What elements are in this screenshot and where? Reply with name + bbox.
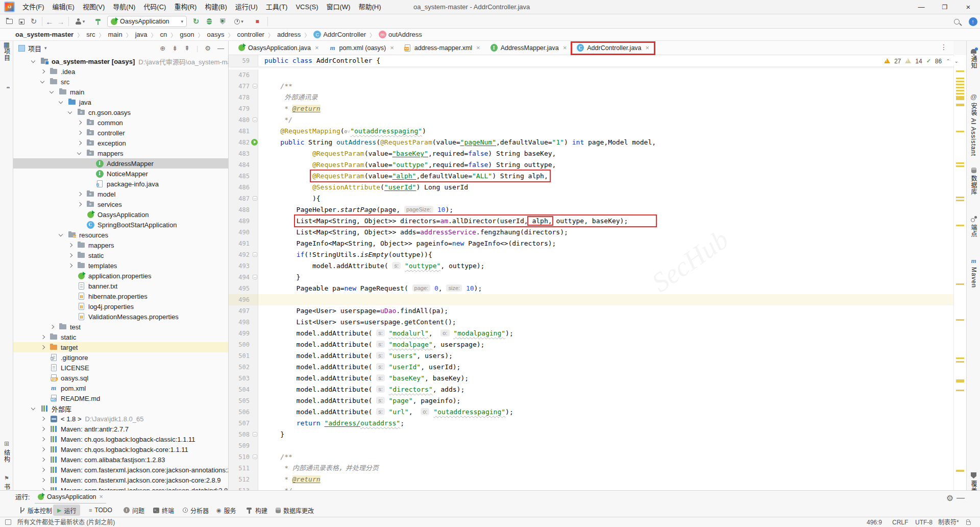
chevron-down-icon[interactable] bbox=[78, 151, 82, 155]
tree-item-log4j.properties[interactable]: log4j.properties bbox=[13, 301, 228, 312]
hide-panel-icon[interactable]: — bbox=[217, 44, 224, 52]
toolwindow-toggle-icon[interactable] bbox=[5, 519, 11, 525]
warning-stripe-mark[interactable] bbox=[956, 470, 964, 472]
tree-item-controller[interactable]: controller bbox=[13, 128, 228, 138]
tree-item-target[interactable]: target bbox=[13, 342, 228, 352]
tab-options-icon[interactable]: ⋮ bbox=[940, 43, 947, 51]
code-line-512[interactable]: 512 * @return bbox=[229, 474, 953, 485]
tree-item-src[interactable]: src bbox=[13, 77, 228, 87]
code-line-493[interactable]: 493 model.addAttribute( s: "outtype", ou… bbox=[229, 260, 953, 272]
tree-item-ValidationMessages.properties[interactable]: ValidationMessages.properties bbox=[13, 312, 228, 322]
close-button[interactable]: × bbox=[957, 0, 980, 14]
code-line-488[interactable]: 488 PageHelper.startPage(page, pageSize:… bbox=[229, 204, 953, 215]
code-line-503[interactable]: 503 model.addAttribute( s: "baseKey", ba… bbox=[229, 373, 953, 384]
forward-icon[interactable]: → bbox=[55, 14, 66, 29]
code-line-477[interactable]: 477– /** bbox=[229, 81, 953, 92]
tab-OasysApplication.java[interactable]: OasysApplication.java× bbox=[233, 41, 324, 55]
breadcrumb-item[interactable]: controller bbox=[237, 31, 264, 38]
fold-icon[interactable]: – bbox=[253, 84, 257, 88]
tree-item-templates[interactable]: templates bbox=[13, 260, 228, 271]
toolwindow-问题[interactable]: !问题 bbox=[119, 505, 149, 516]
settings-icon[interactable]: ⚙ bbox=[205, 44, 211, 52]
open-icon[interactable] bbox=[3, 14, 15, 29]
chevron-right-icon[interactable] bbox=[68, 264, 72, 268]
tree-item-test[interactable]: test bbox=[13, 322, 228, 332]
file-encoding[interactable]: UTF-8 bbox=[915, 517, 933, 527]
warning-stripe-mark[interactable] bbox=[956, 197, 964, 198]
chevron-right-icon[interactable] bbox=[68, 253, 72, 257]
collapse-all-icon[interactable]: ⇞ bbox=[184, 44, 190, 52]
stripe-数据库[interactable]: 数据库 bbox=[967, 167, 980, 195]
warning-stripe-mark[interactable] bbox=[956, 162, 964, 164]
chevron-right-icon[interactable] bbox=[41, 69, 45, 74]
code-line-510[interactable]: 510– /** bbox=[229, 451, 953, 463]
chevron-right-icon[interactable] bbox=[78, 141, 82, 145]
chevron-right-icon[interactable] bbox=[50, 325, 54, 329]
code-line-479[interactable]: 479 * @return bbox=[229, 103, 953, 114]
stripe-grid[interactable]: ▦ bbox=[0, 41, 13, 49]
caret-position[interactable]: 496:9 bbox=[867, 517, 882, 527]
close-tab-icon[interactable]: × bbox=[390, 44, 394, 52]
code-line-499[interactable]: 499 model.addAttribute( s: "modalurl", o… bbox=[229, 328, 953, 339]
tab-AddressMapper.java[interactable]: IAddressMapper.java× bbox=[485, 41, 572, 55]
breadcrumb-item[interactable]: address bbox=[277, 31, 301, 38]
coverage-icon[interactable] bbox=[216, 14, 229, 29]
chevron-down-icon[interactable] bbox=[59, 233, 63, 237]
code-line-483[interactable]: 483 @RequestParam(value="baseKey",requir… bbox=[229, 148, 953, 159]
tree-item-Maven-antlr-antlr-2.7.7[interactable]: Maven: antlr:antlr:2.7.7 bbox=[13, 424, 228, 434]
warning-stripe-mark[interactable] bbox=[956, 165, 964, 167]
chevron-right-icon[interactable] bbox=[41, 468, 45, 472]
tree-item-model[interactable]: model bbox=[13, 189, 228, 199]
menu-文件[interactable]: 文件(F) bbox=[18, 0, 48, 14]
tree-item-LICENSE[interactable]: LICENSE bbox=[13, 363, 228, 373]
expand-all-icon[interactable]: ⇟ bbox=[172, 44, 178, 52]
code-line-496[interactable]: 496 bbox=[229, 294, 953, 305]
breadcrumb-item[interactable]: oasys bbox=[207, 31, 225, 38]
tree-item-cn.gson.oasys[interactable]: cn.gson.oasys bbox=[13, 107, 228, 117]
warning-stripe-mark[interactable] bbox=[956, 70, 964, 72]
breadcrumb-item[interactable]: main bbox=[108, 31, 122, 38]
chevron-right-icon[interactable] bbox=[41, 447, 45, 451]
code-line-487[interactable]: 487– ){ bbox=[229, 193, 953, 204]
tree-item-Maven-com.fasterxml.jackson.core-jackson-annotations-2.8.0[interactable]: Maven: com.fasterxml.jackson.core:jackso… bbox=[13, 465, 228, 475]
tree-item-exception[interactable]: exception bbox=[13, 138, 228, 148]
toolwindow-构建[interactable]: 构建 bbox=[242, 505, 272, 516]
code-line-480[interactable]: 480– */ bbox=[229, 114, 953, 126]
warning-stripe-mark[interactable] bbox=[956, 283, 964, 285]
stripe-安装 AI Assistant[interactable]: @安装 AI Assistant bbox=[967, 93, 980, 156]
search-everywhere-icon[interactable] bbox=[950, 14, 963, 29]
tree-item-oa-system-master[interactable]: oa_system-master [oasys]D:\java代审源码\oa_s… bbox=[13, 56, 228, 66]
code-line-508[interactable]: 508– } bbox=[229, 429, 953, 440]
close-tab-icon[interactable]: × bbox=[315, 44, 319, 52]
tree-item-application.properties[interactable]: application.properties bbox=[13, 271, 228, 281]
debug-icon[interactable] bbox=[203, 14, 215, 29]
line-separator[interactable]: CRLF bbox=[892, 517, 908, 527]
tab-pom.xml (oasys)[interactable]: mpom.xml (oasys)× bbox=[324, 41, 399, 55]
tree-item-main[interactable]: main bbox=[13, 87, 228, 97]
fold-icon[interactable]: – bbox=[253, 454, 257, 459]
breadcrumb-item[interactable]: src bbox=[86, 31, 95, 38]
tree-item-oasys.sql[interactable]: SQLoasys.sql bbox=[13, 373, 228, 383]
chevron-right-icon[interactable] bbox=[41, 437, 45, 441]
readonly-lock-icon[interactable] bbox=[966, 521, 971, 525]
toolwindow-服务[interactable]: ◉服务 bbox=[212, 505, 240, 516]
stripe-项目[interactable]: 项目 bbox=[0, 48, 13, 61]
close-tab-icon[interactable]: × bbox=[563, 44, 567, 52]
code-line-497[interactable]: 497 Page<User> userspage=uDao.findAll(pa… bbox=[229, 305, 953, 317]
back-icon[interactable]: ← bbox=[44, 14, 55, 29]
tree-item-Maven-ch.qos.logback-logback-classic-1.1.11[interactable]: Maven: ch.qos.logback:logback-classic:1.… bbox=[13, 434, 228, 444]
code-line-513[interactable]: 513 */ bbox=[229, 485, 953, 490]
build-hammer-icon[interactable] bbox=[92, 14, 104, 29]
chevron-right-icon[interactable] bbox=[41, 478, 45, 482]
warning-stripe-mark[interactable] bbox=[956, 90, 964, 91]
user-icon[interactable]: ▾ bbox=[71, 14, 89, 29]
breadcrumb-item[interactable]: java bbox=[135, 31, 148, 38]
hide-panel-icon[interactable]: — bbox=[957, 493, 965, 502]
project-panel-title[interactable]: 项目 bbox=[28, 43, 41, 53]
warning-stripe-mark[interactable] bbox=[956, 357, 964, 359]
tree-item-resources[interactable]: resources bbox=[13, 230, 228, 240]
menu-VCS[interactable]: VCS(S) bbox=[291, 0, 322, 14]
warning-stripe-mark[interactable] bbox=[956, 390, 964, 391]
warning-stripe-mark[interactable] bbox=[956, 200, 964, 201]
warning-stripe-mark[interactable] bbox=[956, 319, 964, 321]
